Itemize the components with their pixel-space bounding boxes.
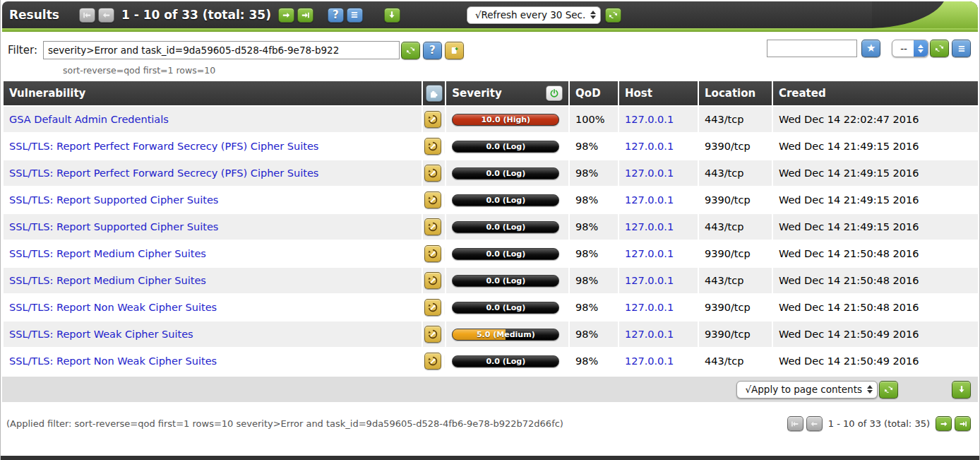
host-link[interactable]: 127.0.0.1 xyxy=(625,355,674,367)
bookmark-filter-button[interactable]: ★ xyxy=(861,40,880,57)
solution-type-cell xyxy=(423,295,445,320)
sort-vulnerability-header[interactable]: Vulnerability xyxy=(9,87,85,100)
list-icon xyxy=(957,44,967,54)
download-icon xyxy=(957,384,967,394)
severity-bar-label: 0.0 (Log) xyxy=(453,168,558,179)
export-download-button[interactable] xyxy=(952,381,971,399)
severity-bar: 0.0 (Log) xyxy=(452,167,559,179)
filter-refresh-button[interactable] xyxy=(401,42,420,59)
first-page-button[interactable] xyxy=(787,416,803,431)
power-icon xyxy=(549,88,559,98)
vulnerability-link[interactable]: SSL/TLS: Report Medium Cipher Suites xyxy=(9,275,206,286)
qod-value: 98% xyxy=(570,241,618,266)
host-link[interactable]: 127.0.0.1 xyxy=(625,114,674,125)
applied-filter-text: (Applied filter: sort-reverse=qod first=… xyxy=(6,418,563,429)
sort-host-header[interactable]: Host xyxy=(625,87,652,100)
help-button[interactable]: ? xyxy=(328,8,344,23)
refresh-icon xyxy=(934,43,945,54)
first-page-button[interactable] xyxy=(79,8,95,23)
download-button[interactable] xyxy=(384,8,400,23)
created-value: Wed Dec 14 21:50:48 2016 xyxy=(773,268,978,293)
saved-filter-select[interactable]: -- xyxy=(892,40,928,57)
vulnerability-link[interactable]: SSL/TLS: Report Weak Cipher Suites xyxy=(9,329,193,340)
refresh-interval-select[interactable]: √Refresh every 30 Sec. xyxy=(467,6,601,24)
next-page-icon xyxy=(939,419,949,429)
severity-bar-label: 0.0 (Log) xyxy=(453,195,558,206)
severity-bar-label: 10.0 (High) xyxy=(453,114,558,125)
severity-bar: 0.0 (Log) xyxy=(452,302,559,314)
location-value: 9390/tcp xyxy=(699,322,772,347)
qod-value: 98% xyxy=(570,214,618,240)
vulnerability-link[interactable]: SSL/TLS: Report Supported Cipher Suites xyxy=(9,194,218,206)
severity-bar-label: 0.0 (Log) xyxy=(453,276,558,286)
vulnerability-link[interactable]: SSL/TLS: Report Non Weak Cipher Suites xyxy=(9,355,217,367)
saved-filter-name-input[interactable] xyxy=(767,40,857,57)
qod-value: 98% xyxy=(570,134,618,159)
location-value: 443/tcp xyxy=(699,160,772,186)
solution-type-cell xyxy=(423,268,445,293)
help-icon: ? xyxy=(333,8,339,21)
solution-type-cell xyxy=(423,107,445,132)
select-arrows-icon xyxy=(867,385,873,394)
host-link[interactable]: 127.0.0.1 xyxy=(625,302,674,313)
filter-help-button[interactable]: ? xyxy=(423,42,442,59)
location-value: 443/tcp xyxy=(699,268,772,293)
previous-page-button[interactable] xyxy=(806,416,823,431)
next-page-button[interactable] xyxy=(936,416,952,431)
severity-bar: 10.0 (High) xyxy=(452,114,559,126)
table-row: SSL/TLS: Report Supported Cipher Suites … xyxy=(4,214,978,240)
sort-created-header[interactable]: Created xyxy=(779,87,826,100)
host-link[interactable]: 127.0.0.1 xyxy=(625,141,674,152)
vulnerability-link[interactable]: SSL/TLS: Report Supported Cipher Suites xyxy=(9,221,218,232)
severity-bar: 0.0 (Log) xyxy=(452,141,559,153)
qod-value: 100% xyxy=(570,107,618,132)
sort-severity-header[interactable]: Severity xyxy=(452,87,501,100)
last-page-button[interactable] xyxy=(297,8,313,23)
solution-type-cell xyxy=(423,214,445,240)
solution-type-header-button[interactable] xyxy=(426,85,443,102)
refresh-icon xyxy=(405,45,416,56)
new-filter-button[interactable] xyxy=(445,42,464,59)
severity-bar-label: 0.0 (Log) xyxy=(453,222,558,232)
host-link[interactable]: 127.0.0.1 xyxy=(625,194,674,206)
previous-page-button[interactable] xyxy=(98,8,114,23)
host-link[interactable]: 127.0.0.1 xyxy=(625,248,674,259)
vulnerability-link[interactable]: SSL/TLS: Report Perfect Forward Secrecy … xyxy=(9,167,318,179)
filter-input[interactable] xyxy=(43,41,400,59)
pagination-range: 1 - 10 of 33 (total: 35) xyxy=(121,8,271,22)
vulnerability-link[interactable]: SSL/TLS: Report Non Weak Cipher Suites xyxy=(9,302,217,313)
host-link[interactable]: 127.0.0.1 xyxy=(625,329,674,340)
host-link[interactable]: 127.0.0.1 xyxy=(625,167,674,179)
apply-saved-filter-button[interactable] xyxy=(930,40,949,57)
refresh-now-button[interactable] xyxy=(605,8,621,23)
filter-label: Filter: xyxy=(8,44,37,57)
vulnerability-link[interactable]: SSL/TLS: Report Medium Cipher Suites xyxy=(9,248,206,259)
apply-refresh-button[interactable] xyxy=(879,381,898,399)
apply-to-select[interactable]: √Apply to page contents xyxy=(736,381,878,399)
star-icon: ★ xyxy=(866,43,876,54)
last-page-button[interactable] xyxy=(955,416,971,431)
sort-location-header[interactable]: Location xyxy=(705,87,755,100)
next-page-button[interactable] xyxy=(278,8,294,23)
severity-bar-label: 0.0 (Log) xyxy=(453,141,558,152)
location-value: 9390/tcp xyxy=(699,241,772,266)
workaround-icon xyxy=(424,111,441,128)
severity-toggle-button[interactable] xyxy=(546,85,563,101)
created-value: Wed Dec 14 22:02:47 2016 xyxy=(773,107,978,132)
bottom-bar-decoration xyxy=(1,456,979,460)
pagination-range: 1 - 10 of 33 (total: 35) xyxy=(828,418,930,429)
solution-type-cell xyxy=(423,241,445,266)
severity-bar-label: 0.0 (Log) xyxy=(453,302,558,313)
table-header-row: Vulnerability Severity QoD Host xyxy=(4,81,978,105)
list-view-button[interactable] xyxy=(347,8,363,23)
puzzle-icon xyxy=(429,88,439,99)
location-value: 443/tcp xyxy=(699,107,772,132)
created-value: Wed Dec 14 21:49:15 2016 xyxy=(773,187,978,213)
vulnerability-link[interactable]: SSL/TLS: Report Perfect Forward Secrecy … xyxy=(9,141,318,152)
host-link[interactable]: 127.0.0.1 xyxy=(625,275,674,286)
host-link[interactable]: 127.0.0.1 xyxy=(625,221,674,232)
vulnerability-link[interactable]: GSA Default Admin Credentials xyxy=(9,114,169,125)
created-value: Wed Dec 14 21:50:48 2016 xyxy=(773,295,978,320)
edit-filter-button[interactable] xyxy=(952,40,971,57)
sort-qod-header[interactable]: QoD xyxy=(575,87,601,100)
